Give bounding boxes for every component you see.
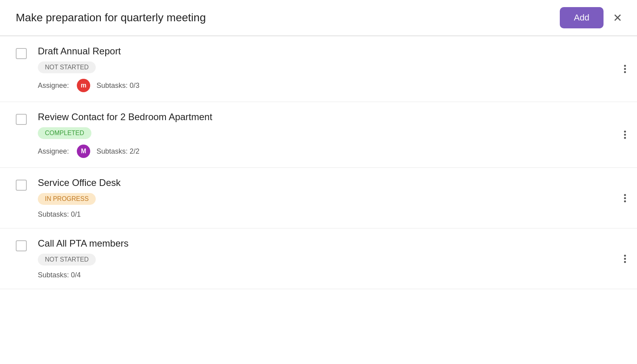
more-options-button[interactable] (621, 191, 629, 205)
dot (624, 197, 626, 199)
task-content: Review Contact for 2 Bedroom Apartment C… (38, 111, 625, 158)
task-checkbox[interactable] (16, 114, 27, 125)
status-badge[interactable]: NOT STARTED (38, 254, 96, 266)
status-badge[interactable]: IN PROGRESS (38, 193, 96, 205)
page-title: Make preparation for quarterly meeting (16, 11, 206, 24)
status-badge[interactable]: NOT STARTED (38, 61, 96, 73)
task-item: Draft Annual Report NOT STARTED Assignee… (0, 36, 637, 102)
subtasks-label: Subtasks: 0/4 (38, 271, 81, 279)
avatar: M (77, 145, 90, 158)
task-list: Draft Annual Report NOT STARTED Assignee… (0, 36, 637, 289)
assignee-label: Assignee: (38, 147, 69, 156)
add-button[interactable]: Add (560, 7, 604, 28)
dot (624, 258, 626, 260)
task-checkbox[interactable] (16, 180, 27, 191)
subtasks-label: Subtasks: 2/2 (97, 147, 139, 156)
task-meta: Subtasks: 0/4 (38, 271, 625, 279)
task-item: Review Contact for 2 Bedroom Apartment C… (0, 102, 637, 168)
dot (624, 68, 626, 70)
more-options-button[interactable] (621, 128, 629, 142)
task-item: Call All PTA members NOT STARTED Subtask… (0, 228, 637, 289)
task-item: Service Office Desk IN PROGRESS Subtasks… (0, 168, 637, 228)
dot (624, 71, 626, 73)
task-title: Call All PTA members (38, 238, 625, 249)
subtasks-label: Subtasks: 0/3 (97, 82, 139, 90)
dot (624, 65, 626, 67)
dot (624, 200, 626, 202)
header-actions: Add ✕ (560, 7, 625, 28)
task-meta: Assignee: m Subtasks: 0/3 (38, 79, 625, 92)
dot (624, 134, 626, 136)
task-meta: Assignee: M Subtasks: 2/2 (38, 145, 625, 158)
task-content: Call All PTA members NOT STARTED Subtask… (38, 238, 625, 279)
task-checkbox[interactable] (16, 240, 27, 251)
task-checkbox[interactable] (16, 48, 27, 59)
header: Make preparation for quarterly meeting A… (0, 0, 637, 36)
status-badge[interactable]: COMPLETED (38, 127, 91, 139)
dot (624, 131, 626, 133)
dot (624, 137, 626, 139)
close-button[interactable]: ✕ (610, 8, 625, 28)
task-title: Review Contact for 2 Bedroom Apartment (38, 111, 625, 123)
assignee-label: Assignee: (38, 82, 69, 90)
task-title: Service Office Desk (38, 177, 625, 188)
task-title: Draft Annual Report (38, 46, 625, 57)
task-content: Service Office Desk IN PROGRESS Subtasks… (38, 177, 625, 219)
dot (624, 194, 626, 196)
task-meta: Subtasks: 0/1 (38, 210, 625, 219)
more-options-button[interactable] (621, 62, 629, 76)
dot (624, 261, 626, 263)
task-content: Draft Annual Report NOT STARTED Assignee… (38, 46, 625, 92)
avatar: m (77, 79, 90, 92)
subtasks-label: Subtasks: 0/1 (38, 210, 81, 219)
dot (624, 254, 626, 256)
more-options-button[interactable] (621, 251, 629, 266)
